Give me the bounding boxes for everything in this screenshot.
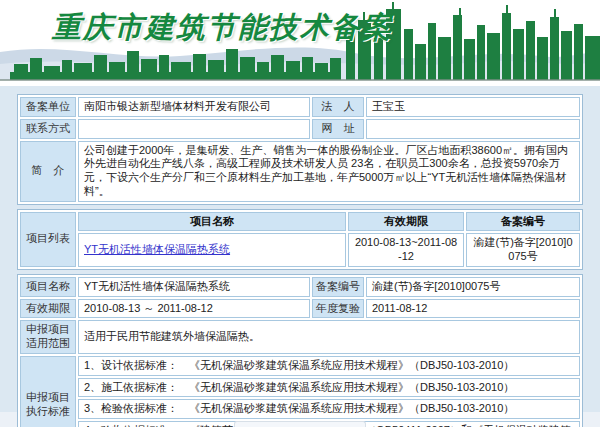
ground-line [0, 79, 600, 81]
page: 重庆市建筑节能技术备案 备案单位 南阳市银达新型墙体材料开发有限公司 法 人 王… [0, 0, 600, 427]
page-title: 重庆市建筑节能技术备案 [52, 8, 393, 48]
standard-item-1: 1、设计依据标准： 《无机保温砂浆建筑保温系统应用技术规程》（DBJ50-103… [78, 356, 580, 376]
project-list-cell-name: YT无机活性墙体保温隔热系统 [78, 233, 346, 267]
table-row: 联系方式 网 址 [20, 119, 580, 139]
table-row: 2、施工依据标准： 《无机保温砂浆建筑保温系统应用技术规程》（DBJ50-103… [20, 378, 580, 398]
table-row: 申报项目 执行标准 1、设计依据标准： 《无机保温砂浆建筑保温系统应用技术规程》… [20, 356, 580, 376]
standard-item-3: 3、检验依据标准： 《无机保温砂浆建筑保温系统应用技术规程》（DBJ50-103… [78, 399, 580, 419]
content-area: 备案单位 南阳市银达新型墙体材料开发有限公司 法 人 王宝玉 联系方式 网 址 … [0, 86, 600, 427]
table-row: 项目名称 YT无机活性墙体保温隔热系统 备案编号 渝建(节)备字[2010]00… [20, 277, 580, 297]
annual-recheck-value: 2011-08-12 [366, 299, 580, 319]
valid-period-label: 有效期限 [20, 299, 76, 319]
legal-person-value: 王宝玉 [366, 97, 580, 117]
filing-unit-label: 备案单位 [20, 97, 76, 117]
standards-label: 申报项目 执行标准 [20, 356, 76, 427]
column-header-period: 有效期限 [348, 212, 464, 232]
filing-unit-value: 南阳市银达新型墙体材料开发有限公司 [78, 97, 310, 117]
record-number-label: 备案编号 [312, 277, 364, 297]
project-link[interactable]: YT无机活性墙体保温隔热系统 [84, 243, 230, 255]
company-info-table: 备案单位 南阳市银达新型墙体材料开发有限公司 法 人 王宝玉 联系方式 网 址 … [17, 94, 583, 205]
page-banner: 重庆市建筑节能技术备案 [0, 0, 600, 86]
annual-recheck-label: 年度复验 [312, 299, 364, 319]
legal-person-label: 法 人 [312, 97, 364, 117]
scope-value: 适用于民用节能建筑外墙保温隔热。 [78, 320, 580, 354]
website-value [366, 119, 580, 139]
table-row: 有效期限 2010-08-13 ～ 2011-08-12 年度复验 2011-0… [20, 299, 580, 319]
scope-label: 申报项目 适用范围 [20, 320, 76, 354]
project-detail-table: 项目名称 YT无机活性墙体保温隔热系统 备案编号 渝建(节)备字[2010]00… [17, 274, 583, 427]
bottom-partial-element[interactable] [234, 421, 366, 427]
table-row: 项目列表 项目名称 有效期限 备案编号 [20, 212, 580, 232]
column-header-name: 项目名称 [78, 212, 346, 232]
project-list-label: 项目列表 [20, 212, 76, 267]
valid-period-value: 2010-08-13 ～ 2011-08-12 [78, 299, 310, 319]
project-list-cell-number: 渝建(节)备字[2010]0075号 [466, 233, 580, 267]
contact-label: 联系方式 [20, 119, 76, 139]
project-list-table: 项目列表 项目名称 有效期限 备案编号 YT无机活性墙体保温隔热系统 2010-… [17, 209, 583, 270]
table-row: YT无机活性墙体保温隔热系统 2010-08-13~2011-08-12 渝建(… [20, 233, 580, 267]
column-header-number: 备案编号 [466, 212, 580, 232]
record-number-value: 渝建(节)备字[2010]0075号 [366, 277, 580, 297]
website-label: 网 址 [312, 119, 364, 139]
standard-item-2: 2、施工依据标准： 《无机保温砂浆建筑保温系统应用技术规程》（DBJ50-103… [78, 378, 580, 398]
intro-value: 公司创建于2000年，是集研发、生产、销售为一体的股份制企业。厂区占地面积386… [78, 141, 580, 202]
project-name-value: YT无机活性墙体保温隔热系统 [78, 277, 310, 297]
project-list-cell-period: 2010-08-13~2011-08-12 [348, 233, 464, 267]
intro-label: 简 介 [20, 141, 76, 202]
contact-value [78, 119, 310, 139]
table-row: 3、检验依据标准： 《无机保温砂浆建筑保温系统应用技术规程》（DBJ50-103… [20, 399, 580, 419]
project-name-label: 项目名称 [20, 277, 76, 297]
table-row: 备案单位 南阳市银达新型墙体材料开发有限公司 法 人 王宝玉 [20, 97, 580, 117]
table-row: 申报项目 适用范围 适用于民用节能建筑外墙保温隔热。 [20, 320, 580, 354]
table-row: 简 介 公司创建于2000年，是集研发、生产、销售为一体的股份制企业。厂区占地面… [20, 141, 580, 202]
